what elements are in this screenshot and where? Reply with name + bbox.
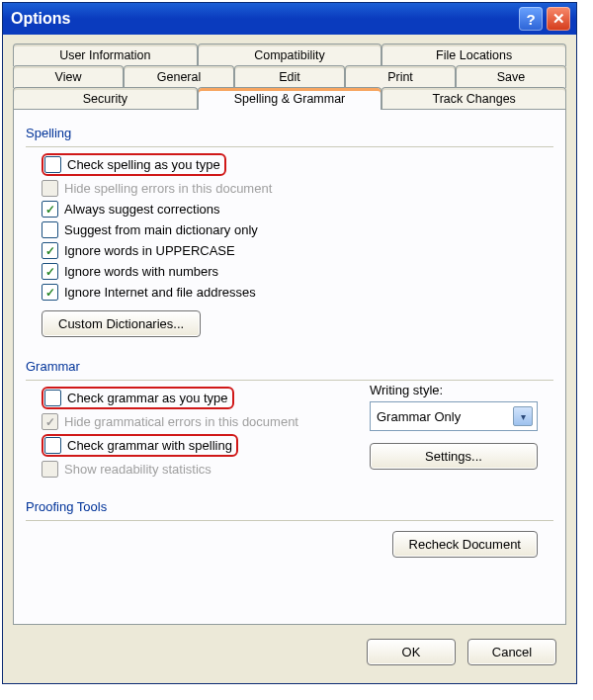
highlight-check-spelling: Check spelling as you type [42, 153, 226, 176]
writing-style-value: Grammar Only [377, 409, 461, 424]
divider [26, 520, 553, 521]
grammar-options: Check grammar as you type ✓ Hide grammat… [26, 387, 553, 478]
label-hide-spelling-errors: Hide spelling errors in this document [64, 181, 272, 196]
chevron-down-icon: ▾ [513, 406, 533, 426]
tab-compatibility[interactable]: Compatibility [198, 44, 382, 66]
dialog-footer: OK Cancel [13, 625, 566, 669]
recheck-document-button[interactable]: Recheck Document [392, 531, 538, 558]
titlebar-buttons: ? ✕ [519, 7, 570, 31]
cancel-button[interactable]: Cancel [467, 639, 556, 665]
label-check-spelling-as-you-type: Check spelling as you type [67, 157, 220, 172]
label-readability: Show readability statistics [64, 462, 212, 477]
ok-button[interactable]: OK [367, 639, 456, 665]
writing-style-select[interactable]: Grammar Only ▾ [370, 401, 538, 431]
tab-file-locations[interactable]: File Locations [381, 44, 566, 66]
help-icon[interactable]: ? [519, 7, 543, 31]
settings-button[interactable]: Settings... [370, 443, 538, 470]
close-icon[interactable]: ✕ [547, 7, 570, 31]
section-spelling-title: Spelling [26, 126, 553, 140]
tab-security[interactable]: Security [13, 87, 198, 110]
label-hide-grammar-errors: Hide grammatical errors in this document [64, 414, 298, 429]
spelling-options: Check spelling as you type Hide spelling… [26, 153, 553, 337]
checkbox-check-grammar-as-you-type[interactable] [44, 390, 61, 406]
checkbox-ignore-numbers[interactable]: ✓ [42, 263, 58, 280]
writing-style-label: Writing style: [370, 383, 538, 397]
divider [26, 380, 553, 381]
checkbox-main-dictionary-only[interactable] [42, 221, 58, 238]
label-check-grammar-with-spelling: Check grammar with spelling [67, 438, 232, 453]
label-always-suggest: Always suggest corrections [64, 202, 220, 217]
checkbox-hide-spelling-errors [42, 180, 58, 197]
tab-view[interactable]: View [13, 65, 124, 88]
label-main-dictionary-only: Suggest from main dictionary only [64, 222, 258, 237]
tab-page: Spelling Check spelling as you type Hide… [13, 109, 566, 625]
writing-style-group: Writing style: Grammar Only ▾ Settings..… [370, 383, 538, 470]
highlight-check-grammar-with-spelling: Check grammar with spelling [42, 434, 238, 457]
checkbox-hide-grammar-errors: ✓ [42, 413, 58, 430]
tab-user-information[interactable]: User Information [13, 44, 198, 66]
tab-print[interactable]: Print [345, 65, 456, 88]
label-ignore-uppercase: Ignore words in UPPERCASE [64, 243, 235, 258]
checkbox-readability [42, 461, 58, 478]
label-ignore-numbers: Ignore words with numbers [64, 264, 218, 279]
label-ignore-internet: Ignore Internet and file addresses [64, 285, 256, 300]
highlight-check-grammar: Check grammar as you type [42, 387, 234, 409]
checkbox-always-suggest[interactable]: ✓ [42, 201, 58, 218]
titlebar[interactable]: Options ? ✕ [3, 3, 576, 35]
proofing-options: Recheck Document [26, 527, 553, 572]
tab-track-changes[interactable]: Track Changes [381, 87, 566, 110]
section-proofing-title: Proofing Tools [26, 499, 553, 514]
section-grammar-title: Grammar [26, 359, 553, 374]
tab-general[interactable]: General [124, 65, 234, 88]
checkbox-check-grammar-with-spelling[interactable] [44, 437, 61, 454]
checkbox-ignore-internet[interactable]: ✓ [42, 284, 58, 301]
options-dialog: Options ? ✕ User Information Compatibili… [2, 2, 577, 684]
tab-container: User Information Compatibility File Loca… [13, 44, 566, 110]
divider [26, 146, 553, 147]
tab-edit[interactable]: Edit [234, 65, 345, 88]
dialog-body: User Information Compatibility File Loca… [3, 35, 576, 683]
tab-spelling-grammar[interactable]: Spelling & Grammar [198, 87, 382, 110]
label-check-grammar-as-you-type: Check grammar as you type [67, 391, 228, 405]
checkbox-check-spelling-as-you-type[interactable] [44, 156, 61, 173]
checkbox-ignore-uppercase[interactable]: ✓ [42, 242, 58, 259]
tab-save[interactable]: Save [456, 65, 566, 88]
window-title: Options [11, 10, 519, 28]
custom-dictionaries-button[interactable]: Custom Dictionaries... [42, 310, 201, 337]
